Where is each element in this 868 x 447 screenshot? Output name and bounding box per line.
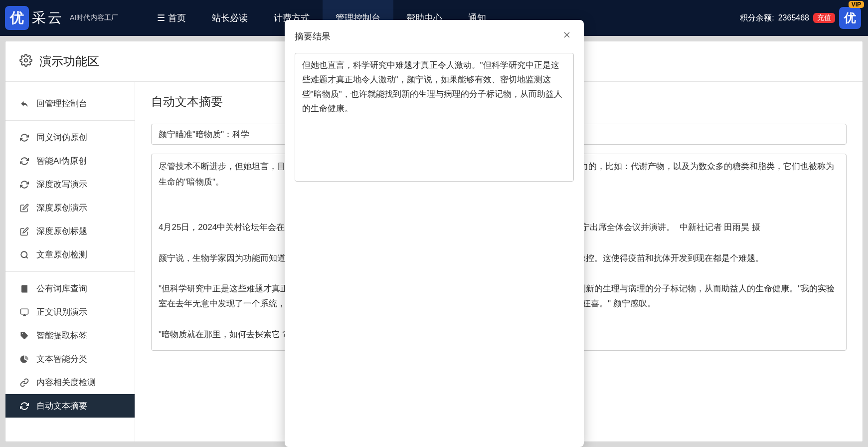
sidebar-item[interactable]: 智能提取标签	[5, 324, 135, 347]
vip-logo[interactable]: 优 VIP	[839, 7, 861, 29]
close-icon	[562, 30, 572, 40]
link-icon	[19, 378, 29, 387]
sidebar-item-label: 深度原创演示	[36, 202, 87, 214]
nav-home[interactable]: ☰首页	[144, 0, 199, 36]
points-value: 2365468	[778, 13, 809, 22]
svg-rect-3	[21, 309, 28, 314]
list-icon: ☰	[157, 12, 165, 23]
sidebar-item-label: 公有词库查询	[36, 283, 87, 294]
svg-line-2	[26, 256, 27, 258]
reply-icon	[19, 99, 29, 108]
sidebar-item[interactable]: 文本智能分类	[5, 347, 135, 371]
sidebar-item-label: 智能提取标签	[36, 330, 87, 341]
nav-right: 积分余额: 2365468 充值 优 VIP	[740, 7, 868, 29]
sidebar-item-label: 深度改写演示	[36, 179, 87, 190]
refresh-icon	[19, 180, 29, 189]
edit-icon	[19, 227, 29, 236]
panel-title: 演示功能区	[39, 53, 99, 69]
sidebar-item-label: 回管理控制台	[36, 98, 87, 109]
brand-tagline: AI时代内容工厂	[70, 13, 118, 22]
monitor-icon	[19, 308, 29, 317]
sidebar-item[interactable]: 深度原创演示	[5, 196, 135, 220]
nav-must-read-label: 站长必读	[212, 12, 248, 24]
pie-icon	[19, 355, 29, 364]
summary-result-textarea[interactable]	[295, 53, 574, 182]
edit-icon	[19, 204, 29, 213]
recharge-button[interactable]: 充值	[813, 13, 835, 23]
sidebar-item[interactable]: 同义词伪原创	[5, 126, 135, 149]
brand-name: 采云	[32, 8, 64, 27]
vip-badge: VIP	[849, 1, 864, 8]
sidebar-item-label: 文本智能分类	[36, 353, 87, 365]
brand-area: 优 采云 AI时代内容工厂	[0, 6, 124, 30]
sidebar-item[interactable]: 正文识别演示	[5, 300, 135, 324]
sidebar-divider	[5, 271, 135, 272]
refresh-icon	[19, 133, 29, 142]
sidebar-item-label: 正文识别演示	[36, 306, 87, 318]
svg-point-0	[24, 59, 28, 62]
sidebar-item[interactable]: 深度改写演示	[5, 173, 135, 196]
modal-title: 摘要结果	[295, 30, 331, 42]
sidebar-item-label: 同义词伪原创	[36, 132, 87, 143]
refresh-icon	[19, 402, 29, 411]
book-icon	[19, 284, 29, 293]
modal-body	[285, 53, 584, 198]
sidebar: 回管理控制台同义词伪原创智能AI伪原创深度改写演示深度原创演示深度原创标题文章原…	[5, 82, 135, 442]
sidebar-item[interactable]: 深度原创标题	[5, 220, 135, 243]
sidebar-item[interactable]: 智能AI伪原创	[5, 149, 135, 173]
tag-icon	[19, 331, 29, 340]
sidebar-item-label: 自动文本摘要	[36, 400, 87, 412]
modal-header: 摘要结果	[285, 20, 584, 53]
nav-must-read[interactable]: 站长必读	[199, 0, 261, 36]
refresh-icon	[19, 157, 29, 166]
sidebar-item[interactable]: 文章原创检测	[5, 243, 135, 266]
points-label: 积分余额:	[740, 13, 774, 23]
svg-point-1	[21, 251, 27, 257]
summary-modal: 摘要结果	[285, 20, 584, 447]
brand-logo-icon: 优	[5, 6, 29, 30]
nav-home-label: 首页	[168, 12, 186, 24]
sidebar-item[interactable]: 内容相关度检测	[5, 371, 135, 394]
sidebar-item-label: 深度原创标题	[36, 225, 87, 237]
sidebar-item-label: 智能AI伪原创	[36, 155, 87, 167]
sidebar-item[interactable]: 回管理控制台	[5, 92, 135, 115]
search-icon	[19, 250, 29, 259]
sidebar-item[interactable]: 自动文本摘要	[5, 394, 135, 418]
sidebar-item-label: 内容相关度检测	[36, 377, 96, 388]
sidebar-item[interactable]: 公有词库查询	[5, 277, 135, 300]
gear-icon	[19, 54, 32, 69]
vip-logo-icon: 优	[839, 7, 861, 29]
modal-close-button[interactable]	[560, 28, 574, 45]
sidebar-item-label: 文章原创检测	[36, 249, 87, 260]
sidebar-divider	[5, 120, 135, 121]
